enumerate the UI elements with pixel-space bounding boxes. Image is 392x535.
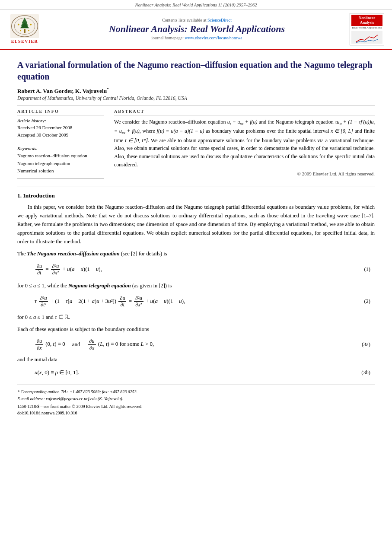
eq2-frac3: ∂²u ∂x²: [134, 295, 143, 308]
nagumo-rd-ref: (see [2] for details) is: [121, 251, 167, 257]
eq2-num1: ∂²u: [39, 295, 48, 302]
eq1-frac2: ∂²u ∂x²: [51, 263, 61, 276]
bc-L: L: [100, 341, 103, 347]
eq2-den1: ∂t²: [39, 302, 48, 308]
equation-3b-content: u(x, 0) ≡ ρ ∈ [0, 1].: [35, 369, 79, 376]
math-interval-x: x ∈ [0, L]: [331, 128, 353, 134]
eq2-frac1: ∂²u ∂t²: [39, 295, 48, 308]
eq2-num2: ∂u: [118, 295, 126, 302]
article-info-label: ARTICLE INFO: [17, 109, 104, 115]
logo-box-illustration: [351, 31, 382, 44]
journal-header: ELSEVIER Contents lists available at Sci…: [0, 10, 392, 50]
issn-line: 1468-1218/$ – see front matter © 2009 El…: [17, 404, 375, 409]
eq3b-u: u: [35, 369, 38, 376]
footnote-email: E-mail address: vajravel@pegasus.cc.ucf.…: [17, 395, 375, 402]
nagumo-rd-description: The The Nagumo reaction–diffusion equati…: [17, 249, 375, 258]
eq3b-rho: ρ: [55, 369, 58, 376]
contents-prefix: Contents lists available at: [162, 18, 207, 22]
bc-t2: t: [106, 341, 108, 347]
bc-left: ∂u ∂x (0, t) ≡ 0: [35, 338, 65, 351]
keyword-3: Numerical solution: [17, 167, 104, 175]
eq1-frac: ∂u ∂t: [35, 263, 43, 276]
article-title: A variational formulation of the Nagumo …: [17, 59, 375, 83]
svg-point-10: [28, 30, 29, 32]
eq2-plus: + (1 − τ[a − 2(1 + a)u + 3u²]): [51, 298, 117, 304]
bc-frac2: ∂u ∂x: [88, 338, 96, 351]
article-info-column: ARTICLE INFO Article history: Received 2…: [17, 109, 104, 182]
homepage-link[interactable]: www.elsevier.com/locate/nonrwa: [185, 35, 242, 40]
initial-data-intro: and the initial data: [17, 355, 375, 364]
eq1-denominator: ∂t: [36, 270, 42, 276]
bc-den2: ∂x: [88, 345, 96, 351]
eq3b-x: x: [39, 369, 42, 376]
abstract-column: ABSTRACT We consider the Nagumo reaction…: [114, 109, 375, 182]
bc-and: and: [72, 341, 80, 348]
elsevier-logo: ELSEVIER: [5, 14, 44, 44]
keywords-label: Keywords:: [17, 146, 104, 151]
journal-citation-bar: Nonlinear Analysis: Real World Applicati…: [0, 0, 392, 10]
boundary-conditions-content: ∂u ∂x (0, t) ≡ 0 and ∂u ∂x (L, t) ≡ 0 fo…: [35, 338, 154, 351]
svg-rect-3: [24, 29, 25, 33]
eq3a-number: (3a): [353, 341, 370, 348]
page-wrapper: Nonlinear Analysis: Real World Applicati…: [0, 0, 392, 535]
intro-paragraph-1: In this paper, we consider both the Nagu…: [17, 203, 375, 246]
eq1-den2: ∂x²: [51, 270, 60, 276]
svg-point-9: [20, 30, 21, 32]
var-tau: τ: [55, 314, 57, 320]
keyword-2: Nagumo telegraph equation: [17, 160, 104, 168]
equation-1-block: ∂u ∂t = ∂²u ∂x² + u(a − u)(1 − u), (1): [35, 263, 375, 276]
info-divider: [17, 142, 104, 142]
eq2-frac2: ∂u ∂t: [118, 295, 126, 308]
var-a2: a: [33, 314, 36, 320]
equation-3b-block: u(x, 0) ≡ ρ ∈ [0, 1]. (3b): [35, 369, 375, 376]
doi-line: doi:10.1016/j.nonrwa.2009.10.016: [17, 411, 375, 415]
eq2-number: (2): [353, 298, 370, 305]
abstract-text: We consider the Nagumo reaction–diffusio…: [114, 118, 375, 169]
corresponding-author-marker: *: [107, 87, 109, 91]
svg-point-8: [30, 24, 32, 25]
abstract-label: ABSTRACT: [114, 109, 375, 115]
eq1-equals: =: [45, 266, 50, 272]
copyright-text: © 2009 Elsevier Ltd. All rights reserved…: [114, 171, 375, 176]
eq1-num2: ∂²u: [51, 263, 61, 270]
section-number: 1.: [17, 192, 22, 199]
nagumo-rd-label: The Nagumo reaction–diffusion equation: [27, 251, 120, 257]
journal-center-header: Contents lists available at ScienceDirec…: [48, 18, 345, 40]
main-content: A variational formulation of the Nagumo …: [0, 50, 392, 424]
affiliation-text: Department of Mathematics, University of…: [17, 96, 375, 101]
eq2-den2: ∂t: [119, 302, 126, 308]
info-divider-2: [17, 178, 104, 179]
body-divider: [17, 187, 375, 187]
nagumo-tel-label: Nagumo telegraph equation: [68, 283, 131, 289]
boundary-intro: Each of these equations is subject to th…: [17, 325, 375, 334]
equation-2-block: τ ∂²u ∂t² + (1 − τ[a − 2(1 + a)u + 3u²])…: [35, 295, 375, 308]
math-eq-ut: ut = uxx + f(u): [227, 119, 258, 125]
journal-homepage-line: journal homepage: www.elsevier.com/locat…: [48, 35, 345, 40]
sciencedirect-link[interactable]: ScienceDirect: [207, 18, 232, 22]
bc-num2: ∂u: [88, 338, 96, 344]
equation-2-content: τ ∂²u ∂t² + (1 − τ[a − 2(1 + a)u + 3u²])…: [35, 295, 185, 308]
logo-box-title: NonlinearAnalysis: [351, 15, 382, 26]
header-divider: [17, 105, 375, 105]
eq1-number: (1): [353, 266, 370, 273]
keyword-1: Nagumo reaction–diffusion equation: [17, 152, 104, 160]
equation-1-content: ∂u ∂t = ∂²u ∂x² + u(a − u)(1 − u),: [35, 263, 102, 276]
eq1-rest: + u(a − u)(1 − u),: [63, 266, 102, 272]
section-title: Introduction: [23, 192, 55, 199]
svg-point-7: [18, 24, 19, 25]
bc-num1: ∂u: [35, 338, 43, 344]
bc-L2: L: [141, 341, 144, 347]
bc-t1: t: [53, 341, 55, 347]
article-history-label: Article history:: [17, 118, 104, 123]
for-range-1: for 0 ≤ a ≤ 1, while the Nagumo telegrap…: [17, 281, 375, 290]
journal-citation-text: Nonlinear Analysis: Real World Applicati…: [135, 3, 257, 7]
eq1-numerator: ∂u: [35, 263, 43, 270]
article-footer: * Corresponding author. Tel.: +1 407 823…: [17, 385, 375, 415]
bc-den1: ∂x: [35, 345, 43, 351]
contents-line: Contents lists available at ScienceDirec…: [48, 18, 345, 22]
eq3b-number: (3b): [353, 369, 370, 376]
math-interval-t: t ∈ [0, t*]: [125, 137, 148, 143]
math-fu: f(u) = u(a − u)(1 − u): [157, 128, 204, 134]
eq2-rest: + u(a − u)(1 − u),: [146, 298, 185, 304]
var-a: a: [33, 283, 36, 289]
